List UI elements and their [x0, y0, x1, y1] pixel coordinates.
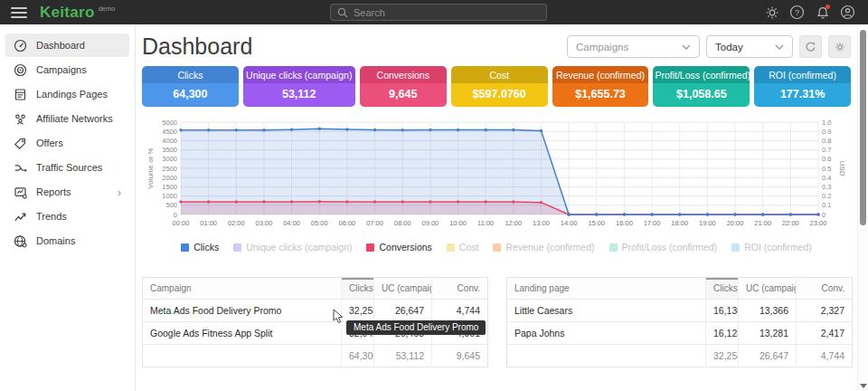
totals-cell: 9,645: [432, 345, 488, 367]
svg-text:07:00: 07:00: [366, 219, 383, 227]
column-header-conv[interactable]: Conv.: [432, 278, 488, 300]
chevron-down-icon: [682, 44, 691, 50]
search-icon: [337, 7, 348, 18]
legend-item-unique-clicks-campaign[interactable]: Unique clicks (campaign): [233, 242, 352, 253]
sidebar-item-campaigns[interactable]: Campaigns: [5, 58, 129, 81]
legend-label: Clicks: [193, 242, 219, 253]
svg-text:3000: 3000: [162, 155, 177, 163]
legend-label: Revenue (confirmed): [505, 242, 594, 253]
metric-card-label: Profit/Loss (confirmed): [653, 66, 750, 83]
column-header-uc-campaign[interactable]: UC (campaign): [739, 278, 797, 300]
svg-text:4000: 4000: [162, 137, 177, 145]
svg-text:01:00: 01:00: [200, 219, 217, 227]
column-header-conv[interactable]: Conv.: [797, 278, 853, 300]
page-scrollbar[interactable]: [857, 24, 868, 391]
svg-text:?: ?: [795, 7, 799, 17]
svg-text:03:00: 03:00: [256, 219, 273, 227]
sidebar-item-domains[interactable]: Domains: [5, 229, 129, 253]
traffic-chart[interactable]: 0500100015002000250030003500400045005000…: [142, 115, 851, 238]
sidebar-item-label: Domains: [36, 235, 75, 246]
svg-text:4500: 4500: [162, 128, 177, 136]
legend-label: ROI (confirmed): [744, 242, 812, 253]
campaigns-filter-value: Campaigns: [576, 42, 628, 52]
topbar: Keitaro demo ?: [0, 0, 868, 24]
data-table: Landing pageClicksUC (campaign)Conv.Litt…: [506, 277, 853, 367]
totals-row: 64,30053,1129,645: [143, 345, 488, 367]
svg-text:18:00: 18:00: [671, 219, 688, 227]
legend-label: Conversions: [379, 242, 431, 253]
svg-text:15:00: 15:00: [588, 219, 605, 227]
table-row[interactable]: Little Caesars16,13013,3662,327: [507, 300, 853, 322]
svg-text:11:00: 11:00: [477, 219, 494, 227]
column-header-clicks[interactable]: Clicks: [342, 278, 374, 300]
column-header-clicks[interactable]: Clicks: [706, 278, 739, 300]
page-title: Dashboard: [142, 33, 252, 60]
table-cell: Google Ads Fitness App Split: [143, 322, 342, 345]
svg-text:0.1: 0.1: [822, 201, 831, 209]
metric-card-unique-clicks-campaign: Unique clicks (campaign)53,112: [243, 66, 355, 107]
sidebar-item-traffic-sources[interactable]: Traffic Sources: [5, 156, 129, 179]
refresh-icon: [805, 41, 816, 52]
totals-cell: 4,744: [797, 345, 853, 367]
svg-text:500: 500: [165, 201, 177, 209]
scrollbar-thumb[interactable]: [860, 30, 866, 225]
sidebar-item-trends[interactable]: Trends: [5, 205, 129, 228]
legend-item-conversions[interactable]: Conversions: [366, 242, 431, 253]
refresh-button[interactable]: [799, 35, 822, 58]
dashboard-settings-button[interactable]: [828, 35, 851, 58]
svg-text:22:00: 22:00: [782, 219, 799, 227]
metric-card-label: Clicks: [142, 66, 239, 83]
search-input[interactable]: [354, 7, 540, 18]
scrollbar-down-arrow-icon[interactable]: [860, 384, 867, 388]
sidebar-item-landings-pages[interactable]: Landings Pages: [5, 82, 129, 106]
metric-card-value: $1,058.65: [653, 83, 750, 107]
legend-item-roi-confirmed[interactable]: ROI (confirmed): [731, 242, 812, 253]
date-range-select[interactable]: Today: [706, 35, 793, 58]
svg-text:0.2: 0.2: [822, 192, 831, 200]
svg-text:16:00: 16:00: [616, 219, 633, 227]
legend-item-profit-loss-confirmed[interactable]: Profit/Loss (confirmed): [609, 242, 718, 253]
svg-text:1500: 1500: [162, 183, 177, 191]
people-icon: [14, 112, 27, 126]
sidebar-item-affiliate-networks[interactable]: Affiliate Networks: [5, 107, 129, 130]
page-icon: [14, 88, 27, 101]
table-cell: 2,327: [797, 300, 853, 322]
svg-text:0.4: 0.4: [822, 174, 831, 182]
menu-toggle-icon[interactable]: [11, 7, 27, 18]
hover-tooltip: Meta Ads Food Delivery Promo: [346, 320, 486, 335]
svg-text:00:00: 00:00: [173, 219, 190, 227]
help-icon[interactable]: ?: [789, 5, 805, 20]
totals-cell: 64,300: [342, 345, 374, 367]
metric-card-value: $1,655.73: [552, 83, 649, 107]
legend-swatch: [447, 243, 455, 252]
trend-icon: [14, 210, 27, 224]
svg-text:06:00: 06:00: [339, 219, 356, 227]
legend-item-revenue-confirmed[interactable]: Revenue (confirmed): [493, 242, 594, 253]
notifications-bell-icon[interactable]: [815, 5, 830, 20]
metric-card-label: Unique clicks (campaign): [243, 66, 355, 83]
svg-text:14:00: 14:00: [561, 219, 578, 227]
keitaro-dashboard-app: Keitaro demo ? DashboardCamp: [0, 0, 868, 391]
table-cell: 2,417: [797, 322, 853, 345]
totals-cell: 26,647: [739, 345, 797, 367]
settings-gear-icon[interactable]: [764, 5, 779, 20]
column-header-landing-page[interactable]: Landing page: [507, 278, 706, 300]
column-header-campaign[interactable]: Campaign: [143, 278, 342, 300]
sidebar-item-dashboard[interactable]: Dashboard: [5, 33, 129, 57]
global-search[interactable]: [330, 4, 547, 21]
svg-text:0.5: 0.5: [822, 165, 831, 173]
user-account-icon[interactable]: [840, 5, 855, 20]
legend-item-cost[interactable]: Cost: [447, 242, 479, 253]
column-header-uc-campaign[interactable]: UC (campaign): [374, 278, 432, 300]
sidebar: DashboardCampaignsLandings PagesAffiliat…: [0, 24, 136, 391]
legend-item-clicks[interactable]: Clicks: [181, 242, 219, 253]
metric-card-revenue-confirmed: Revenue (confirmed)$1,655.73: [552, 66, 649, 107]
table-row[interactable]: Papa Johns16,12813,2812,417: [507, 322, 853, 345]
fork-icon: [14, 161, 27, 175]
table-row[interactable]: Meta Ads Food Delivery Promo32,25826,647…: [143, 300, 488, 322]
legend-label: Cost: [459, 242, 479, 253]
sidebar-item-offers[interactable]: Offers: [5, 131, 129, 155]
campaigns-filter-select[interactable]: Campaigns: [567, 35, 700, 58]
svg-text:21:00: 21:00: [754, 219, 771, 227]
sidebar-item-reports[interactable]: Reports›: [5, 180, 129, 204]
